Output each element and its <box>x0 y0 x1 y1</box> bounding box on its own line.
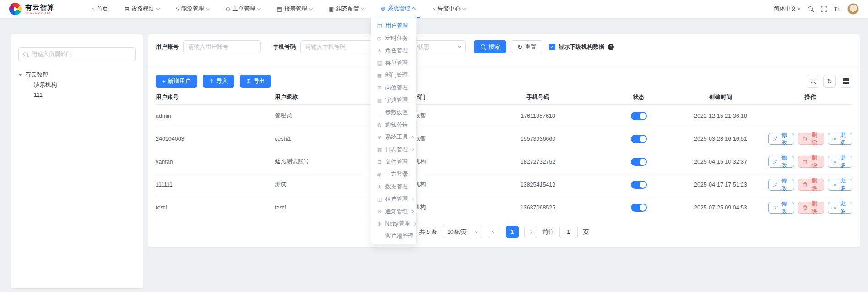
delete-button[interactable]: 删除 <box>798 156 824 168</box>
edit-button[interactable]: 修改 <box>768 133 794 145</box>
status-toggle[interactable] <box>631 135 647 143</box>
cell-phone: 13825415412 <box>472 182 604 188</box>
prev-page-button[interactable] <box>488 226 500 238</box>
nav-item-device-modules[interactable]: ⊞ 设备模块 <box>119 0 164 18</box>
more-button[interactable]: » 更多 <box>828 133 852 145</box>
show-sub-org-checkbox-group[interactable]: ✓ 显示下级机构数据 ? <box>549 43 614 51</box>
menu-item-param-settings[interactable]: ≡ 参数设置 <box>371 106 416 119</box>
menu-item-post-management[interactable]: ⊞ 岗位管理 <box>371 82 416 94</box>
status-toggle[interactable] <box>631 158 647 166</box>
tree-node-child[interactable]: 111 <box>18 91 136 99</box>
pencil-icon <box>773 182 778 187</box>
checkbox-checked-icon[interactable]: ✓ <box>549 44 555 50</box>
account-input[interactable] <box>183 40 261 53</box>
table-row: 240104003 ceshi1 有云数智 15573936660 2025-0… <box>156 127 852 150</box>
chevron-left-icon <box>492 230 495 234</box>
next-page-button[interactable] <box>524 226 537 238</box>
column-settings-button[interactable] <box>840 75 852 88</box>
delete-button[interactable]: 删除 <box>798 202 824 214</box>
menu-item-menu-management[interactable]: ▤ 菜单管理 <box>371 57 416 69</box>
cell-created: 2021-12-15 21:36:18 <box>673 113 768 119</box>
menu-item-netty-management[interactable]: ⊕ Netty管理 <box>371 218 416 230</box>
more-button[interactable]: » 更多 <box>828 202 852 214</box>
phone-label: 手机号码 <box>273 43 296 51</box>
page-label: 页 <box>583 228 589 236</box>
nav-item-workorder[interactable]: ⊙ 工单管理 <box>221 0 266 18</box>
cell-account: admin <box>156 113 275 119</box>
edit-button[interactable]: 修改 <box>768 156 794 168</box>
cell-created: 2025-03-28 16:16:51 <box>673 136 768 142</box>
menu-item-user-management[interactable]: ◫ 用户管理 <box>371 20 416 32</box>
search-icon[interactable] <box>808 6 814 12</box>
menu-item-tenant-management[interactable]: ◫ 租户管理 <box>371 193 416 205</box>
add-user-button[interactable]: + 新增用户 <box>156 75 197 88</box>
search-button[interactable]: 搜索 <box>474 40 506 53</box>
trash-icon <box>803 136 808 142</box>
more-button[interactable]: » 更多 <box>828 179 852 191</box>
help-icon[interactable]: ? <box>608 44 614 50</box>
chevron-down-icon <box>475 230 478 233</box>
status-toggle[interactable] <box>631 204 647 212</box>
table-search-button[interactable] <box>807 75 819 88</box>
chevron-right-icon <box>528 230 532 234</box>
user-table: 用户账号 用户昵称 所属部门 手机号码 状态 创建时间 操作 admin 管理员… <box>156 91 852 219</box>
menu-item-scheduled-tasks[interactable]: ◷ 定时任务 <box>371 32 416 44</box>
menu-item-file-management[interactable]: ⊟ 文件管理 <box>371 156 416 168</box>
delete-button[interactable]: 删除 <box>798 179 824 191</box>
menu-item-dept-management[interactable]: ▦ 部门管理 <box>371 69 416 82</box>
caret-down-icon: ▾ <box>798 7 800 11</box>
menu-item-role-management[interactable]: ♙ 角色管理 <box>371 44 416 57</box>
menu-item-notice-announcement[interactable]: ◍ 通知公告 <box>371 119 416 131</box>
dictionary-icon: ▥ <box>376 97 382 103</box>
import-button[interactable]: ↥ 导入 <box>203 75 234 88</box>
tree-node-root[interactable]: 有云数智 <box>18 70 136 79</box>
status-toggle[interactable] <box>631 112 647 120</box>
page-size-select[interactable]: 10条/页 <box>443 226 482 238</box>
user-avatar[interactable] <box>847 3 859 15</box>
cell-created: 2025-04-15 10:32:37 <box>673 159 768 165</box>
column-header-nickname: 用户昵称 <box>275 94 357 101</box>
status-toggle[interactable] <box>631 181 647 189</box>
export-button[interactable]: ↧ 导出 <box>240 75 271 88</box>
department-search-input[interactable] <box>32 51 131 57</box>
table-row: admin 管理员 有云数智 17611357618 2021-12-15 21… <box>156 105 852 127</box>
nav-item-alarm-center[interactable]: ◔ 告警中心 <box>427 0 470 18</box>
font-size-icon[interactable]: TT <box>834 6 840 12</box>
nav-item-system[interactable]: ⊛ 系统管理 ◫ 用户管理 ◷ 定时任务 ♙ 角色管理 ▤ 菜单管理 <box>375 0 420 18</box>
files-icon: ⊟ <box>376 159 382 165</box>
language-switcher[interactable]: 简体中文 ▾ <box>774 5 800 13</box>
menu-item-log-management[interactable]: ▨ 日志管理 <box>371 143 416 156</box>
top-navbar: 有云智算 TFCLOUD.com ⌂ 首页 ⊞ 设备模块 ϟ 能源管理 ⊙ 工单… <box>0 0 868 18</box>
fullscreen-icon[interactable] <box>821 6 827 12</box>
menu-item-client-management[interactable]: 客户端管理 <box>371 230 416 242</box>
chevron-right-icon <box>411 210 414 213</box>
cell-actions: 修改 删除 » 更多 <box>768 133 852 145</box>
nav-item-report[interactable]: ▤ 报表管理 <box>272 0 317 18</box>
system-management-dropdown: ◫ 用户管理 ◷ 定时任务 ♙ 角色管理 ▤ 菜单管理 ▦ 部门管理 <box>371 17 417 245</box>
nav-item-energy[interactable]: ϟ 能源管理 <box>171 0 214 18</box>
tree-node-child[interactable]: 演示机构 <box>18 81 136 89</box>
more-button[interactable]: » 更多 <box>828 156 852 168</box>
nav-item-configuration[interactable]: ▣ 组态配置 <box>324 0 369 18</box>
delete-button[interactable]: 删除 <box>798 133 824 145</box>
alarm-icon: ◔ <box>432 6 435 12</box>
edit-button[interactable]: 修改 <box>768 202 794 214</box>
table-refresh-button[interactable]: ↻ <box>823 75 836 88</box>
menu-item-system-tools[interactable]: ⊛ 系统工具 <box>371 131 416 143</box>
config-icon: ▣ <box>329 6 334 12</box>
column-header-created: 创建时间 <box>673 94 768 101</box>
phone-input[interactable] <box>300 40 374 53</box>
menu-item-dict-management[interactable]: ▥ 字典管理 <box>371 94 416 106</box>
nav-item-home[interactable]: ⌂ 首页 <box>86 0 113 18</box>
department-icon: ▦ <box>376 72 382 78</box>
edit-button[interactable]: 修改 <box>768 179 794 191</box>
system-icon: ⊛ <box>380 6 385 12</box>
cell-phone: 17611357618 <box>472 113 604 119</box>
menu-item-data-management[interactable]: ◎ 数据管理 <box>371 181 416 193</box>
page-number-button[interactable]: 1 <box>506 226 519 238</box>
reset-button[interactable]: ↻ 重置 <box>511 40 542 53</box>
download-icon: ↧ <box>246 78 251 84</box>
menu-item-notify-management[interactable]: ⊙ 通知管理 <box>371 205 416 218</box>
goto-page-input[interactable] <box>559 226 578 238</box>
menu-item-third-party-login[interactable]: ◉ 三方登录 <box>371 168 416 181</box>
